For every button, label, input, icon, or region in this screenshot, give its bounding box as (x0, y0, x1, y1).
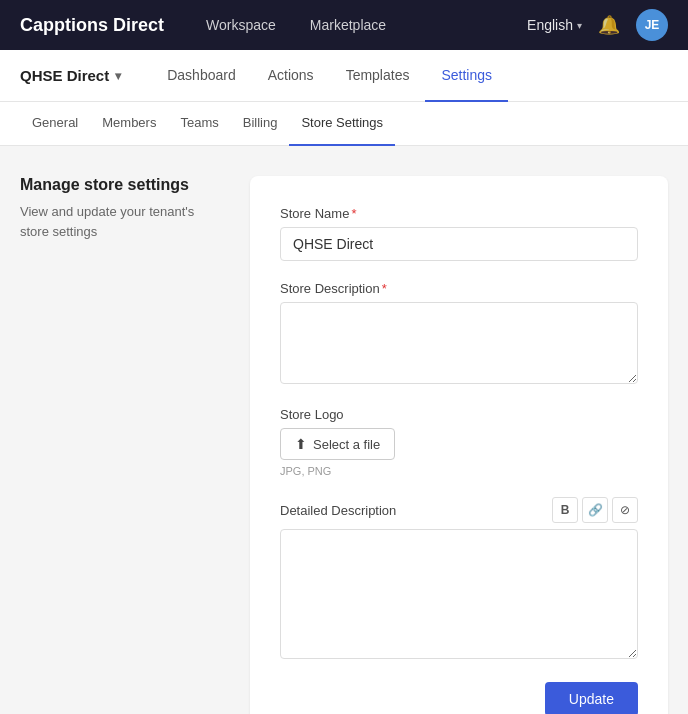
tab-billing[interactable]: Billing (231, 102, 290, 146)
language-label: English (527, 17, 573, 33)
rich-text-toolbar: B 🔗 ⊘ (552, 497, 638, 523)
language-selector[interactable]: English ▾ (527, 17, 582, 33)
tab-general[interactable]: General (20, 102, 90, 146)
store-logo-group: Store Logo ⬆ Select a file JPG, PNG (280, 407, 638, 477)
sidebar-description: View and update your tenant's store sett… (20, 202, 220, 241)
select-file-button[interactable]: ⬆ Select a file (280, 428, 395, 460)
store-description-group: Store Description* (280, 281, 638, 387)
main-content: Manage store settings View and update yo… (0, 146, 688, 714)
detailed-description-input[interactable] (280, 529, 638, 659)
update-button[interactable]: Update (545, 682, 638, 714)
workspace-selector[interactable]: QHSE Direct ▾ (20, 67, 121, 84)
file-type-hint: JPG, PNG (280, 465, 638, 477)
chevron-down-icon: ▾ (115, 69, 121, 83)
notification-bell-icon[interactable]: 🔔 (598, 14, 620, 36)
brand-logo: Capptions Direct (20, 15, 164, 36)
link-button[interactable]: 🔗 (582, 497, 608, 523)
tab-store-settings[interactable]: Store Settings (289, 102, 395, 146)
workspace-name: QHSE Direct (20, 67, 109, 84)
nav-workspace[interactable]: Workspace (194, 11, 288, 39)
detailed-desc-header: Detailed Description B 🔗 ⊘ (280, 497, 638, 523)
required-indicator-2: * (382, 281, 387, 296)
sidebar-title: Manage store settings (20, 176, 220, 194)
select-file-label: Select a file (313, 437, 380, 452)
tab-members[interactable]: Members (90, 102, 168, 146)
nav-settings[interactable]: Settings (425, 50, 508, 102)
store-name-input[interactable] (280, 227, 638, 261)
bold-button[interactable]: B (552, 497, 578, 523)
top-nav: Capptions Direct Workspace Marketplace E… (0, 0, 688, 50)
top-nav-links: Workspace Marketplace (194, 11, 527, 39)
nav-templates[interactable]: Templates (330, 50, 426, 102)
form-panel: Store Name* Store Description* Store Log… (250, 176, 668, 714)
upload-icon: ⬆ (295, 436, 307, 452)
content-area: Manage store settings View and update yo… (0, 146, 688, 714)
secondary-nav: QHSE Direct ▾ Dashboard Actions Template… (0, 50, 688, 102)
top-nav-right: English ▾ 🔔 JE (527, 9, 668, 41)
detailed-description-group: Detailed Description B 🔗 ⊘ (280, 497, 638, 662)
store-name-label: Store Name* (280, 206, 638, 221)
nav-actions[interactable]: Actions (252, 50, 330, 102)
sidebar-info: Manage store settings View and update yo… (20, 176, 220, 714)
secondary-nav-links: Dashboard Actions Templates Settings (151, 50, 668, 102)
store-description-label: Store Description* (280, 281, 638, 296)
store-name-group: Store Name* (280, 206, 638, 261)
store-logo-label: Store Logo (280, 407, 638, 422)
required-indicator: * (351, 206, 356, 221)
tab-teams[interactable]: Teams (168, 102, 230, 146)
store-description-input[interactable] (280, 302, 638, 384)
clear-button[interactable]: ⊘ (612, 497, 638, 523)
detailed-description-label: Detailed Description (280, 503, 396, 518)
avatar[interactable]: JE (636, 9, 668, 41)
tertiary-nav: General Members Teams Billing Store Sett… (0, 102, 688, 146)
nav-dashboard[interactable]: Dashboard (151, 50, 252, 102)
nav-marketplace[interactable]: Marketplace (298, 11, 398, 39)
chevron-down-icon: ▾ (577, 20, 582, 31)
